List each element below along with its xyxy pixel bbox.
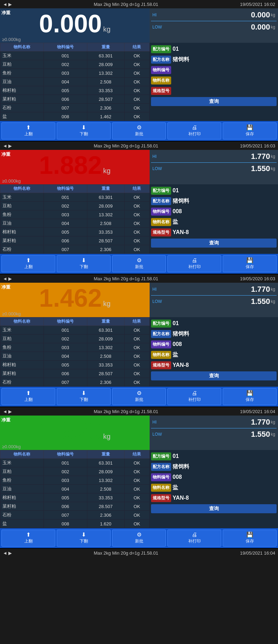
- reprint-button[interactable]: 🖨 补打印: [167, 122, 221, 139]
- reprint-icon: 🖨: [192, 258, 197, 263]
- material-name-row: 物料名称: [151, 75, 277, 85]
- new-batch-button[interactable]: ⚙ 新批: [112, 255, 166, 272]
- new-batch-label: 新批: [135, 131, 143, 137]
- save-button[interactable]: 💾 保存: [223, 388, 277, 405]
- toolbar: ⬆ 上翻 ⬇ 下翻 ⚙ 新批 🖨 补打印 💾 保存: [0, 387, 278, 406]
- low-unit: kg: [271, 166, 275, 171]
- col-weight: 重量: [87, 185, 124, 193]
- material-name-row: 物料名称 盐: [151, 483, 277, 492]
- up-button[interactable]: ⬆ 上翻: [1, 530, 55, 547]
- spec-value: YAN-8: [173, 229, 277, 235]
- down-button[interactable]: ⬇ 下翻: [57, 388, 111, 405]
- down-button[interactable]: ⬇ 下翻: [57, 255, 111, 272]
- down-icon: ⬇: [81, 532, 86, 538]
- query-button[interactable]: 查询: [151, 239, 277, 248]
- table-row: 鱼粉 003 13.302 OK: [0, 476, 150, 485]
- material-no-row: 物料编号 008: [151, 339, 277, 349]
- up-button[interactable]: ⬆ 上翻: [1, 255, 55, 272]
- up-label: 上翻: [24, 264, 33, 270]
- material-name-label: 物料名称: [151, 77, 171, 84]
- bottom-left: ◄ ▶: [3, 550, 12, 556]
- new-batch-button[interactable]: ⚙ 新批: [112, 530, 166, 547]
- down-button[interactable]: ⬇ 下翻: [57, 530, 111, 547]
- weight-main: 1.462 kg: [0, 283, 150, 311]
- query-button[interactable]: 查询: [151, 97, 277, 106]
- hi-value: 1.770: [163, 418, 270, 427]
- table-row: 鱼粉 003 13.302 OK: [0, 343, 150, 352]
- save-label: 保存: [246, 397, 254, 403]
- low-value: 1.550: [163, 297, 270, 306]
- save-button[interactable]: 💾 保存: [223, 255, 277, 272]
- table-row: 盐 008 1.620 OK: [0, 520, 150, 528]
- reprint-button[interactable]: 🖨 补打印: [167, 255, 221, 272]
- spec-label: 规格型号: [151, 87, 171, 95]
- panel-panel3: ◄ ▶ Max 2kg Min 20g d=1g J1.58.01 19/05/…: [0, 274, 278, 407]
- material-no-label: 物料编号: [151, 66, 171, 74]
- col-weight: 重量: [87, 43, 124, 51]
- new-batch-button[interactable]: ⚙ 新批: [112, 122, 166, 139]
- hi-row: HI 1.770 kg: [151, 417, 277, 427]
- low-row: LOW 1.550 kg: [151, 429, 277, 440]
- reprint-button[interactable]: 🖨 补打印: [167, 388, 221, 405]
- topbar-right: 19/05/2021 16:04: [240, 409, 275, 414]
- query-button[interactable]: 查询: [151, 371, 277, 380]
- hi-unit: kg: [271, 420, 275, 425]
- table-row: 棉籽粕 005 33.353 OK: [0, 493, 150, 502]
- up-icon: ⬆: [26, 258, 31, 263]
- table-row: 石粉 007 2.306 OK: [0, 511, 150, 520]
- display-area: 净重 1.462 kg ≥0.000kg HI 1.770 kg LOW 1.5…: [0, 283, 278, 317]
- spec-value: YAN-8: [173, 362, 277, 368]
- save-button[interactable]: 💾 保存: [223, 530, 277, 547]
- recipe-no-row: 配方编号 01: [151, 451, 277, 461]
- hi-label: HI: [152, 13, 163, 17]
- recipe-no-value: 01: [173, 46, 277, 52]
- up-button[interactable]: ⬆ 上翻: [1, 122, 55, 139]
- table-header-row: 物料名称 物料编号 重量 结果: [0, 317, 150, 326]
- table-container: 物料名称 物料编号 重量 结果 玉米 001 63.301 OK 豆粕 002 …: [0, 450, 278, 528]
- down-icon: ⬇: [81, 258, 86, 263]
- toolbar: ⬆ 上翻 ⬇ 下翻 ⚙ 新批 🖨 补打印 💾 保存: [0, 121, 278, 141]
- low-row: LOW 1.550 kg: [151, 163, 277, 174]
- weight-value: 0.000: [39, 11, 102, 36]
- material-no-value: 008: [173, 341, 277, 347]
- hi-value: 1.770: [163, 152, 270, 161]
- display-area: 净重 0.000 kg ≥0.000kg HI 0.000 kg LOW 0.0…: [0, 8, 278, 43]
- reprint-button[interactable]: 🖨 补打印: [167, 530, 221, 547]
- info-panel: 配方编号 01 配方名称 猪饲料 物料编号 008 物料名称 盐 规格型号: [150, 450, 278, 528]
- table-row: 豆粕 002 28.009 OK: [0, 467, 150, 476]
- reprint-icon: 🖨: [192, 532, 197, 538]
- table-row: 玉米 001 63.301 OK: [0, 193, 150, 202]
- save-label: 保存: [246, 538, 254, 544]
- weight-label: 净重: [1, 151, 10, 158]
- recipe-name-label: 配方名称: [151, 56, 171, 64]
- right-display: HI 1.770 kg LOW 1.550 kg: [150, 150, 278, 184]
- recipe-no-row: 配方编号 01: [151, 186, 277, 195]
- weight-label: 净重: [1, 417, 10, 423]
- table-row: 盐 008 1.462 OK: [0, 112, 150, 121]
- material-name-label: 物料名称: [151, 218, 171, 226]
- table-row: 棉籽粕 005 33.353 OK: [0, 86, 150, 95]
- recipe-name-value: 猪饲料: [173, 330, 277, 338]
- recipe-no-label: 配方编号: [151, 45, 171, 53]
- save-label: 保存: [246, 131, 254, 137]
- new-batch-button[interactable]: ⚙ 新批: [112, 388, 166, 405]
- save-button[interactable]: 💾 保存: [223, 122, 277, 139]
- weight-main: 0.000 kg: [0, 8, 150, 36]
- query-button[interactable]: 查询: [151, 504, 277, 513]
- table-row: 棉籽粕 005 33.353 OK: [0, 228, 150, 236]
- table-header-row: 物料名称 物料编号 重量 结果: [0, 450, 150, 459]
- down-button[interactable]: ⬇ 下翻: [57, 122, 111, 139]
- up-button[interactable]: ⬆ 上翻: [1, 388, 55, 405]
- low-label: LOW: [152, 166, 163, 171]
- low-label: LOW: [152, 299, 163, 304]
- recipe-no-label: 配方编号: [151, 320, 171, 328]
- down-label: 下翻: [80, 131, 88, 137]
- left-display: 净重 1.462 kg ≥0.000kg: [0, 283, 150, 317]
- low-unit: kg: [271, 432, 275, 437]
- bottom-right: 19/05/2021 16:04: [240, 550, 275, 556]
- topbar-right: 19/05/2020 16:03: [240, 276, 275, 281]
- data-table: 物料名称 物料编号 重量 结果 玉米 001 63.301 OK 豆粕 002 …: [0, 450, 150, 528]
- material-no-label: 物料编号: [151, 208, 171, 216]
- hi-value: 1.770: [163, 285, 270, 294]
- recipe-name-value: 猪饲料: [173, 56, 277, 63]
